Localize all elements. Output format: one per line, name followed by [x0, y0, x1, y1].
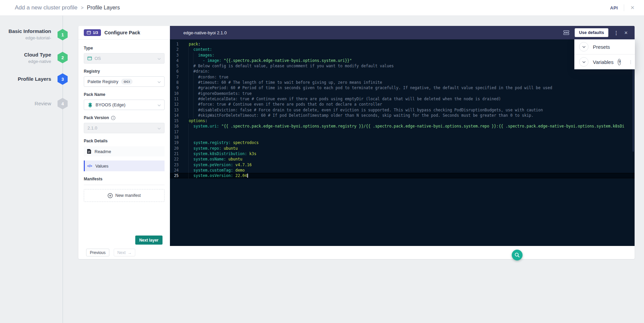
code-line[interactable]: 14 #skipWaitForDeleteTimeout: 60 # If po… — [170, 113, 635, 118]
line-number: 13 — [170, 107, 179, 113]
step-number: 4 — [61, 101, 64, 106]
code-line-text: system.registry: spectrodocs — [189, 140, 259, 145]
code-line[interactable]: 12 #force: true # Continue even if there… — [170, 102, 635, 107]
line-number: 25 — [170, 173, 179, 178]
code-line[interactable]: 13 #disableEviction: false # Force drain… — [170, 107, 635, 113]
editor-title: edge-native-byoi 2.1.0 — [183, 30, 227, 35]
variables-section[interactable]: Variables ? ⋮ — [574, 54, 635, 69]
info-icon[interactable] — [111, 116, 115, 120]
code-line-text: system.peVersion: v4.7.16 — [189, 162, 252, 168]
code-line[interactable]: 2 content: — [170, 47, 635, 52]
registry-label: Registry — [84, 69, 165, 74]
step-4-hexagon[interactable]: 4 — [58, 98, 68, 109]
indent-guide — [188, 124, 189, 179]
configure-pack-body: Type OS Registry Palette Registry OCI Pa… — [78, 40, 170, 202]
use-defaults-button[interactable]: Use defaults — [575, 28, 608, 37]
breadcrumb-current: Profile Layers — [87, 5, 120, 11]
wizard-footer: Previous Next → — [86, 249, 135, 256]
code-line[interactable]: 18 — [170, 135, 635, 140]
pack-details-values[interactable]: </> Values — [84, 160, 165, 171]
window-icon — [87, 57, 92, 60]
code-line-text: system.repo: ubuntu — [189, 146, 238, 151]
variables-menu-icon[interactable]: ⋮ — [629, 60, 633, 65]
page: Add a new cluster profile > Profile Laye… — [0, 0, 644, 323]
help-icon[interactable]: ? — [618, 59, 620, 65]
manifests-label: Manifests — [84, 177, 165, 181]
registry-select[interactable]: Palette Registry OCI — [84, 76, 165, 87]
pack-version-label: Pack Version — [84, 115, 165, 120]
code-line-text: options: — [189, 118, 207, 123]
line-number: 17 — [170, 129, 179, 135]
line-number: 12 — [170, 102, 179, 107]
code-area[interactable]: 1pack:2 content:3 images:4 - image: "{{.… — [170, 39, 635, 246]
pack-details-readme[interactable]: Readme — [84, 146, 165, 156]
code-line[interactable]: 15options: — [170, 118, 635, 123]
pack-name-value: BYOOS (Edge) — [96, 102, 126, 107]
editor-menu-icon[interactable]: ⋮ — [614, 30, 619, 35]
next-button[interactable]: Next → — [114, 249, 136, 256]
line-number: 9 — [170, 85, 179, 91]
presets-label: Presets — [593, 44, 610, 50]
window-icon — [87, 31, 91, 34]
close-wizard-icon[interactable]: ✕ — [630, 5, 635, 11]
code-line[interactable]: 20 system.repo: ubuntu — [170, 146, 635, 151]
line-number: 2 — [170, 47, 179, 52]
line-number: 16 — [170, 123, 179, 129]
code-line[interactable]: 25 system.osVersion: 22.04 — [170, 173, 635, 178]
presets-section[interactable]: Presets — [574, 39, 635, 54]
indent-guide — [188, 47, 189, 118]
pack-name-select[interactable]: BYOOS (Edge) — [84, 100, 165, 110]
code-line-text: # Below config is default value, please … — [189, 63, 394, 69]
code-line-text: - image: "{{.spectro.pack.edge-native-by… — [189, 58, 352, 63]
code-line[interactable]: 21 system.k8sDistribution: k3s — [170, 151, 635, 156]
breadcrumb: Add a new cluster profile > Profile Laye… — [15, 4, 120, 11]
code-line[interactable]: 10 #ignoreDaemonSets: true — [170, 91, 635, 96]
arrow-right-icon: → — [128, 250, 132, 255]
code-line[interactable]: 11 #deleteLocalData: true # Continue eve… — [170, 96, 635, 102]
chevron-down-icon[interactable] — [579, 42, 588, 51]
step-2-hexagon[interactable]: 2 — [58, 52, 68, 63]
step-3-hexagon[interactable]: 3 — [58, 73, 68, 85]
code-line[interactable]: 3 images: — [170, 52, 635, 58]
breadcrumb-link-add-cluster-profile[interactable]: Add a new cluster profile — [15, 4, 77, 11]
code-line[interactable]: 22 system.osName: ubuntu — [170, 156, 635, 162]
code-line[interactable]: 6 #drain: — [170, 69, 635, 74]
line-number: 18 — [170, 135, 179, 140]
code-icon: </> — [87, 164, 92, 168]
values-label: Values — [95, 164, 108, 169]
step-review-text: Review — [35, 100, 51, 107]
code-line-text: system.osVersion: 22.04 — [189, 173, 248, 178]
step-1-hexagon[interactable]: 1 — [58, 29, 68, 40]
byoos-pack-icon — [87, 102, 93, 108]
code-line[interactable]: 7 #cordon: true — [170, 74, 635, 80]
search-icon — [514, 252, 520, 258]
code-line[interactable]: 8 #timeout: 60 # The length of time to w… — [170, 80, 635, 85]
document-icon — [87, 149, 91, 154]
line-number: 20 — [170, 146, 179, 151]
code-line[interactable]: 16 system.uri: "{{ .spectro.pack.edge-na… — [170, 123, 635, 129]
code-line-text: system.customTag: demo — [189, 168, 245, 173]
code-line[interactable]: 24 system.customTag: demo — [170, 168, 635, 173]
api-button[interactable]: API — [610, 5, 618, 10]
split-view-icon[interactable] — [563, 30, 569, 35]
previous-button[interactable]: Previous — [86, 249, 109, 256]
editor-close-icon[interactable]: ✕ — [624, 30, 628, 35]
code-line-text: #ignoreDaemonSets: true — [189, 91, 252, 96]
new-manifest-button[interactable]: New manifest — [84, 189, 165, 202]
editor-header: edge-native-byoi 2.1.0 Use defaults ⋮ ✕ — [170, 26, 635, 39]
help-launcher-button[interactable] — [512, 250, 523, 260]
step-count-label: 1/3 — [93, 31, 98, 35]
step-number: 3 — [61, 77, 64, 82]
code-line[interactable]: 19 system.registry: spectrodocs — [170, 140, 635, 145]
step-label: Basic Information — [8, 28, 51, 35]
code-line[interactable]: 17 — [170, 129, 635, 135]
next-layer-button[interactable]: Next layer — [135, 236, 163, 245]
chevron-down-icon[interactable] — [579, 57, 588, 67]
code-line-text: content: — [189, 47, 212, 52]
code-line[interactable]: 1pack: — [170, 41, 635, 47]
code-line[interactable]: 4 - image: "{{.spectro.pack.edge-native-… — [170, 58, 635, 63]
code-line[interactable]: 5 # Below config is default value, pleas… — [170, 63, 635, 69]
code-line[interactable]: 23 system.peVersion: v4.7.16 — [170, 162, 635, 168]
code-line[interactable]: 9 #gracePeriod: 60 # Period of time in s… — [170, 85, 635, 91]
topbar-divider — [624, 4, 624, 11]
